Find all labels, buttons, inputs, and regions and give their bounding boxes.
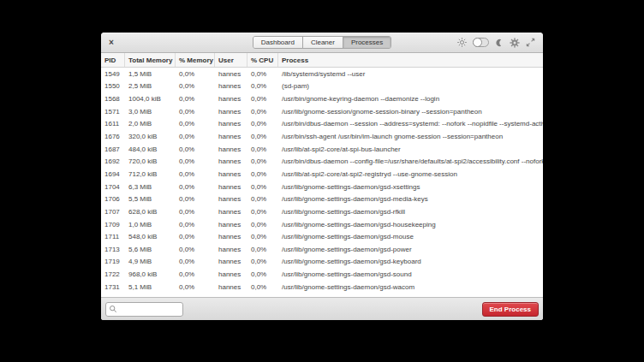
cell-user: hannes [215, 246, 247, 253]
cell-user: hannes [215, 108, 247, 116]
table-row[interactable]: 1711548,0 kiB0,0%hannes0,0%/usr/lib/gnom… [101, 230, 543, 243]
cell-total-memory: 5,5 MiB [125, 195, 176, 203]
cell-total-memory: 712,0 kiB [125, 170, 176, 178]
cell-pct-cpu: 0,0% [247, 120, 278, 128]
cell-pct-cpu: 0,0% [247, 183, 278, 191]
cell-user: hannes [215, 221, 247, 228]
cell-pid: 1692 [101, 157, 125, 165]
cell-total-memory: 2,5 MiB [125, 82, 176, 90]
table-row[interactable]: 15502,5 MiB0,0%hannes0,0%(sd-pam) [101, 80, 543, 93]
table-row[interactable]: 16112,0 MiB0,0%hannes0,0%/usr/bin/dbus-d… [101, 118, 543, 131]
view-switcher: Dashboard Cleaner Processes [253, 36, 392, 49]
table-row[interactable]: 1676320,0 kiB0,0%hannes0,0%/usr/bin/ssh-… [101, 130, 543, 143]
search-input[interactable] [117, 306, 180, 313]
cell-pct-cpu: 0,0% [247, 221, 278, 228]
cell-pct-memory: 0,0% [176, 183, 215, 191]
cell-process: /usr/bin/ssh-agent /usr/bin/im-launch gn… [278, 133, 543, 140]
cell-total-memory: 548,0 kiB [125, 233, 176, 240]
table-row[interactable]: 17194,9 MiB0,0%hannes0,0%/usr/lib/gnome-… [101, 256, 543, 269]
cell-pid: 1611 [101, 120, 125, 128]
cell-pid: 1711 [101, 233, 125, 240]
table-row[interactable]: 1692720,0 kiB0,0%hannes0,0%/usr/bin/dbus… [101, 155, 543, 168]
fullscreen-icon[interactable] [526, 38, 535, 47]
cell-user: hannes [215, 270, 247, 278]
cell-process: /lib/systemd/systemd --user [278, 70, 543, 78]
cell-process: (sd-pam) [278, 82, 543, 90]
cell-user: hannes [215, 82, 247, 90]
cell-user: hannes [215, 145, 247, 153]
cell-pid: 1707 [101, 208, 125, 216]
close-window-button[interactable]: × [109, 39, 114, 47]
table-row[interactable]: 17046,3 MiB0,0%hannes0,0%/usr/lib/gnome-… [101, 181, 543, 193]
cell-process: /usr/lib/gnome-settings-daemon/gsd-wacom [278, 283, 543, 291]
cell-user: hannes [215, 170, 247, 178]
cell-total-memory: 320,0 kiB [125, 133, 176, 140]
cell-pct-cpu: 0,0% [247, 82, 278, 90]
table-row[interactable]: 1687484,0 kiB0,0%hannes0,0%/usr/lib/at-s… [101, 143, 543, 156]
cell-pct-memory: 0,0% [176, 270, 215, 278]
cell-process: /usr/bin/gnome-keyring-daemon --daemoniz… [278, 95, 543, 103]
cell-user: hannes [215, 283, 247, 291]
cell-total-memory: 1,5 MiB [125, 70, 176, 78]
cell-total-memory: 484,0 kiB [125, 145, 176, 153]
theme-toggle-switch[interactable] [473, 38, 489, 47]
cell-total-memory: 1004,0 kiB [125, 95, 176, 103]
table-row[interactable]: 17135,6 MiB0,0%hannes0,0%/usr/lib/gnome-… [101, 243, 543, 256]
column-header-pct-cpu[interactable]: % CPU [247, 53, 278, 67]
cell-pct-memory: 0,0% [176, 208, 215, 216]
table-row[interactable]: 15681004,0 kiB0,0%hannes0,0%/usr/bin/gno… [101, 92, 543, 105]
cell-total-memory: 5,6 MiB [125, 246, 176, 253]
cell-pct-cpu: 0,0% [247, 95, 278, 103]
search-icon [109, 305, 117, 313]
cell-pct-cpu: 0,0% [247, 258, 278, 265]
cell-total-memory: 5,1 MiB [125, 283, 176, 291]
column-header-user[interactable]: User [215, 53, 247, 67]
table-row[interactable]: 1694712,0 kiB0,0%hannes0,0%/usr/lib/at-s… [101, 168, 543, 181]
cell-pct-cpu: 0,0% [247, 70, 278, 78]
cell-pid: 1719 [101, 258, 125, 265]
table-row[interactable]: 15491,5 MiB0,0%hannes0,0%/lib/systemd/sy… [101, 68, 543, 80]
column-header-pct-memory[interactable]: % Memory [176, 53, 215, 67]
table-row[interactable]: 1722968,0 kiB0,0%hannes0,0%/usr/lib/gnom… [101, 268, 543, 281]
cell-pct-memory: 0,0% [176, 133, 215, 140]
table-row[interactable]: 17065,5 MiB0,0%hannes0,0%/usr/lib/gnome-… [101, 193, 543, 205]
sun-icon [457, 38, 467, 47]
column-header-pid[interactable]: PID [101, 53, 125, 67]
cell-pid: 1571 [101, 108, 125, 116]
cell-user: hannes [215, 195, 247, 203]
tab-processes[interactable]: Processes [343, 37, 391, 48]
column-header-total-memory[interactable]: Total Memory [125, 53, 176, 67]
cell-pid: 1722 [101, 270, 125, 278]
cell-pid: 1704 [101, 183, 125, 191]
cell-pct-cpu: 0,0% [247, 108, 278, 116]
end-process-button[interactable]: End Process [482, 302, 539, 317]
cell-user: hannes [215, 120, 247, 128]
table-row[interactable]: 15713,0 MiB0,0%hannes0,0%/usr/lib/gnome-… [101, 105, 543, 118]
headerbar-actions [457, 33, 535, 52]
column-header-process[interactable]: Process [278, 53, 543, 67]
tab-cleaner[interactable]: Cleaner [303, 37, 343, 48]
gear-icon[interactable] [510, 38, 520, 48]
search-box[interactable] [105, 302, 183, 317]
table-row[interactable]: 17315,1 MiB0,0%hannes0,0%/usr/lib/gnome-… [101, 281, 543, 294]
cell-pid: 1709 [101, 221, 125, 228]
table-row[interactable]: 1707628,0 kiB0,0%hannes0,0%/usr/lib/gnom… [101, 205, 543, 218]
cell-process: /usr/lib/at-spi2-core/at-spi2-registryd … [278, 170, 543, 178]
cell-user: hannes [215, 157, 247, 165]
cell-process: /usr/lib/at-spi2-core/at-spi-bus-launche… [278, 145, 543, 153]
monitor-app-window: × Dashboard Cleaner Processes [101, 33, 543, 320]
cell-total-memory: 1,0 MiB [125, 221, 176, 228]
cell-process: /usr/lib/gnome-session/gnome-session-bin… [278, 108, 543, 116]
table-row[interactable]: 17091,0 MiB0,0%hannes0,0%/usr/lib/gnome-… [101, 218, 543, 231]
cell-pct-memory: 0,0% [176, 258, 215, 265]
tab-dashboard[interactable]: Dashboard [253, 37, 303, 48]
cell-total-memory: 3,0 MiB [125, 108, 176, 116]
cell-user: hannes [215, 95, 247, 103]
action-bar: End Process [101, 297, 543, 320]
cell-total-memory: 628,0 kiB [125, 208, 176, 216]
cell-user: hannes [215, 233, 247, 240]
cell-process: /usr/bin/dbus-daemon --session --address… [278, 120, 543, 128]
cell-pct-cpu: 0,0% [247, 170, 278, 178]
cell-pct-cpu: 0,0% [247, 157, 278, 165]
cell-pct-memory: 0,0% [176, 283, 215, 291]
